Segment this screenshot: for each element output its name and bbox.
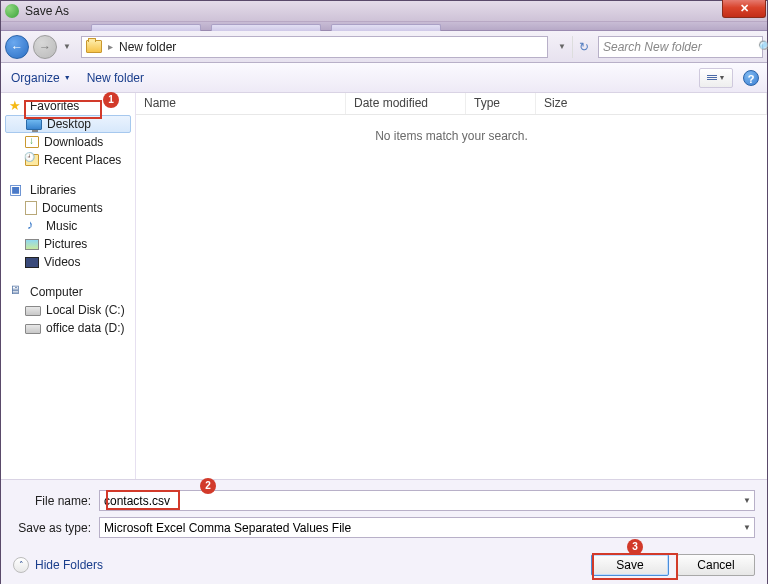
column-header-size[interactable]: Size bbox=[536, 93, 767, 114]
file-name-label: File name: bbox=[13, 494, 99, 508]
chevron-down-icon: ▼ bbox=[719, 74, 726, 81]
sidebar-item-videos[interactable]: Videos bbox=[1, 253, 135, 271]
sidebar-item-label: Pictures bbox=[44, 237, 87, 251]
list-view-icon bbox=[707, 75, 717, 80]
save-as-dialog: Save As ✕ ← → ▼ ▸ New folder ▼ ↻ 🔍 Organ… bbox=[0, 0, 768, 584]
save-as-type-label: Save as type: bbox=[13, 521, 99, 535]
chevron-down-icon[interactable]: ▼ bbox=[743, 523, 751, 532]
sidebar-item-label: Desktop bbox=[47, 117, 91, 131]
sidebar-item-recent-places[interactable]: Recent Places bbox=[1, 151, 135, 169]
sidebar-item-label: Recent Places bbox=[44, 153, 121, 167]
sidebar-item-desktop[interactable]: Desktop bbox=[5, 115, 131, 133]
new-folder-label: New folder bbox=[87, 71, 144, 85]
sidebar-item-label: office data (D:) bbox=[46, 321, 124, 335]
chevron-down-icon: ▼ bbox=[64, 74, 71, 81]
save-as-type-value: Microsoft Excel Comma Separated Values F… bbox=[104, 521, 351, 535]
window-title: Save As bbox=[25, 4, 69, 18]
music-icon bbox=[25, 219, 41, 233]
history-dropdown-icon[interactable]: ▼ bbox=[61, 42, 73, 51]
column-header-name[interactable]: Name bbox=[136, 93, 346, 114]
libraries-icon: ▣ bbox=[9, 183, 25, 197]
view-options-button[interactable]: ▼ bbox=[699, 68, 733, 88]
refresh-button[interactable]: ↻ bbox=[572, 36, 594, 58]
navigation-pane: ★ Favorites Desktop Downloads Recent Pla… bbox=[1, 93, 136, 479]
dialog-body: ★ Favorites Desktop Downloads Recent Pla… bbox=[1, 93, 767, 479]
app-icon bbox=[5, 4, 19, 18]
hide-folders-label: Hide Folders bbox=[35, 558, 103, 572]
search-icon: 🔍 bbox=[758, 40, 768, 54]
background-tab bbox=[91, 24, 201, 31]
search-input[interactable] bbox=[603, 40, 754, 54]
column-header-date[interactable]: Date modified bbox=[346, 93, 466, 114]
organize-button[interactable]: Organize ▼ bbox=[11, 71, 71, 85]
pictures-icon bbox=[25, 239, 39, 250]
save-button[interactable]: Save bbox=[591, 554, 669, 576]
forward-button[interactable]: → bbox=[33, 35, 57, 59]
toolbar: Organize ▼ New folder ▼ ? bbox=[1, 63, 767, 93]
search-box[interactable]: 🔍 bbox=[598, 36, 763, 58]
dialog-footer: ˄ Hide Folders Save Cancel bbox=[1, 546, 767, 584]
navigation-bar: ← → ▼ ▸ New folder ▼ ↻ 🔍 bbox=[1, 31, 767, 63]
column-header-type[interactable]: Type bbox=[466, 93, 536, 114]
star-icon: ★ bbox=[9, 99, 25, 113]
folder-icon bbox=[86, 40, 102, 53]
desktop-icon bbox=[26, 119, 42, 130]
computer-label: Computer bbox=[30, 285, 83, 299]
sidebar-item-pictures[interactable]: Pictures bbox=[1, 235, 135, 253]
save-as-type-select[interactable]: Microsoft Excel Comma Separated Values F… bbox=[99, 517, 755, 538]
sidebar-item-documents[interactable]: Documents bbox=[1, 199, 135, 217]
cancel-button[interactable]: Cancel bbox=[677, 554, 755, 576]
sidebar-group-favorites[interactable]: ★ Favorites bbox=[1, 97, 135, 115]
sidebar-item-label: Downloads bbox=[44, 135, 103, 149]
videos-icon bbox=[25, 257, 39, 268]
chevron-right-icon: ▸ bbox=[108, 41, 113, 52]
sidebar-item-label: Videos bbox=[44, 255, 80, 269]
empty-state-message: No items match your search. bbox=[136, 115, 767, 143]
address-dropdown-icon[interactable]: ▼ bbox=[556, 42, 568, 51]
organize-label: Organize bbox=[11, 71, 60, 85]
title-bar: Save As ✕ bbox=[1, 1, 767, 22]
sidebar-item-local-disk-c[interactable]: Local Disk (C:) bbox=[1, 301, 135, 319]
sidebar-item-label: Music bbox=[46, 219, 77, 233]
drive-icon bbox=[25, 306, 41, 316]
sidebar-item-label: Documents bbox=[42, 201, 103, 215]
file-list-area: Name Date modified Type Size No items ma… bbox=[136, 93, 767, 479]
sidebar-item-label: Local Disk (C:) bbox=[46, 303, 125, 317]
file-form-area: File name: contacts.csv ▼ Save as type: … bbox=[1, 479, 767, 546]
recent-places-icon bbox=[25, 154, 39, 166]
documents-icon bbox=[25, 201, 37, 215]
new-folder-button[interactable]: New folder bbox=[87, 71, 144, 85]
favorites-label: Favorites bbox=[30, 99, 79, 113]
file-name-value: contacts.csv bbox=[104, 494, 170, 508]
downloads-icon bbox=[25, 136, 39, 148]
computer-icon bbox=[9, 285, 25, 299]
hide-folders-button[interactable]: ˄ Hide Folders bbox=[13, 557, 103, 573]
address-bar[interactable]: ▸ New folder bbox=[81, 36, 548, 58]
sidebar-item-music[interactable]: Music bbox=[1, 217, 135, 235]
file-name-input[interactable]: contacts.csv ▼ bbox=[99, 490, 755, 511]
sidebar-group-computer[interactable]: Computer bbox=[1, 283, 135, 301]
sidebar-group-libraries[interactable]: ▣ Libraries bbox=[1, 181, 135, 199]
back-button[interactable]: ← bbox=[5, 35, 29, 59]
sidebar-item-office-data-d[interactable]: office data (D:) bbox=[1, 319, 135, 337]
sidebar-item-downloads[interactable]: Downloads bbox=[1, 133, 135, 151]
chevron-up-icon: ˄ bbox=[13, 557, 29, 573]
help-button[interactable]: ? bbox=[743, 70, 759, 86]
location-path: New folder bbox=[119, 40, 176, 54]
close-button[interactable]: ✕ bbox=[722, 0, 766, 18]
browser-tab-strip bbox=[1, 22, 767, 31]
background-tab bbox=[211, 24, 321, 31]
column-headers: Name Date modified Type Size bbox=[136, 93, 767, 115]
chevron-down-icon[interactable]: ▼ bbox=[743, 496, 751, 505]
background-tab bbox=[331, 24, 441, 31]
drive-icon bbox=[25, 324, 41, 334]
libraries-label: Libraries bbox=[30, 183, 76, 197]
